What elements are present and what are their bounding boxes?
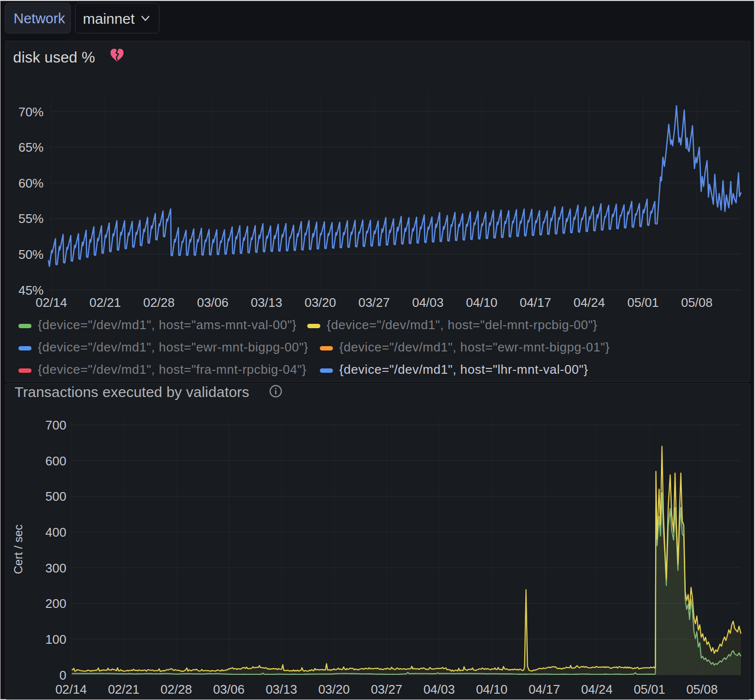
svg-text:02/21: 02/21	[108, 682, 140, 697]
svg-text:50%: 50%	[18, 247, 44, 262]
svg-text:04/17: 04/17	[519, 295, 551, 310]
svg-text:02/14: 02/14	[35, 295, 67, 310]
svg-text:05/08: 05/08	[681, 295, 712, 310]
svg-text:200: 200	[46, 596, 66, 611]
svg-text:04/03: 04/03	[412, 295, 443, 310]
svg-text:03/13: 03/13	[266, 682, 297, 697]
svg-text:03/20: 03/20	[318, 682, 350, 697]
svg-text:03/27: 03/27	[358, 295, 390, 310]
svg-text:400: 400	[46, 525, 66, 540]
svg-text:300: 300	[46, 561, 66, 575]
svg-text:04/10: 04/10	[476, 682, 507, 697]
svg-text:04/24: 04/24	[581, 682, 613, 697]
svg-text:02/21: 02/21	[89, 295, 121, 310]
svg-text:05/08: 05/08	[686, 682, 718, 697]
svg-text:05/01: 05/01	[634, 682, 665, 697]
svg-text:500: 500	[46, 489, 66, 504]
svg-text:65%: 65%	[18, 140, 44, 155]
svg-text:60%: 60%	[18, 176, 44, 191]
svg-text:04/10: 04/10	[466, 295, 497, 310]
svg-text:04/24: 04/24	[573, 295, 605, 310]
svg-text:0: 0	[60, 668, 66, 683]
svg-text:700: 700	[46, 418, 66, 432]
svg-text:05/01: 05/01	[627, 295, 659, 310]
svg-text:03/20: 03/20	[304, 295, 336, 310]
svg-text:03/27: 03/27	[371, 682, 402, 697]
svg-text:02/28: 02/28	[143, 295, 174, 310]
svg-text:100: 100	[46, 632, 66, 647]
svg-text:02/28: 02/28	[160, 682, 192, 697]
svg-text:55%: 55%	[18, 211, 44, 226]
svg-text:04/03: 04/03	[424, 682, 455, 697]
svg-text:03/06: 03/06	[197, 295, 228, 310]
svg-text:03/06: 03/06	[213, 682, 245, 697]
svg-text:02/14: 02/14	[55, 682, 87, 697]
svg-text:04/17: 04/17	[529, 682, 560, 697]
svg-text:03/13: 03/13	[251, 295, 282, 310]
svg-text:600: 600	[46, 454, 66, 468]
svg-text:70%: 70%	[18, 105, 44, 119]
